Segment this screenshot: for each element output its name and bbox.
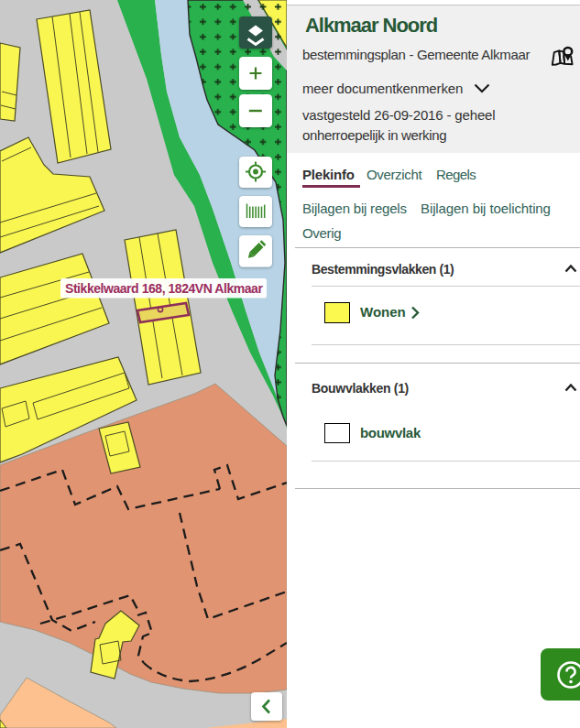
svg-text:Stikkelwaard 168, 1824VN Alkma: Stikkelwaard 168, 1824VN Alkmaar — [65, 281, 263, 296]
